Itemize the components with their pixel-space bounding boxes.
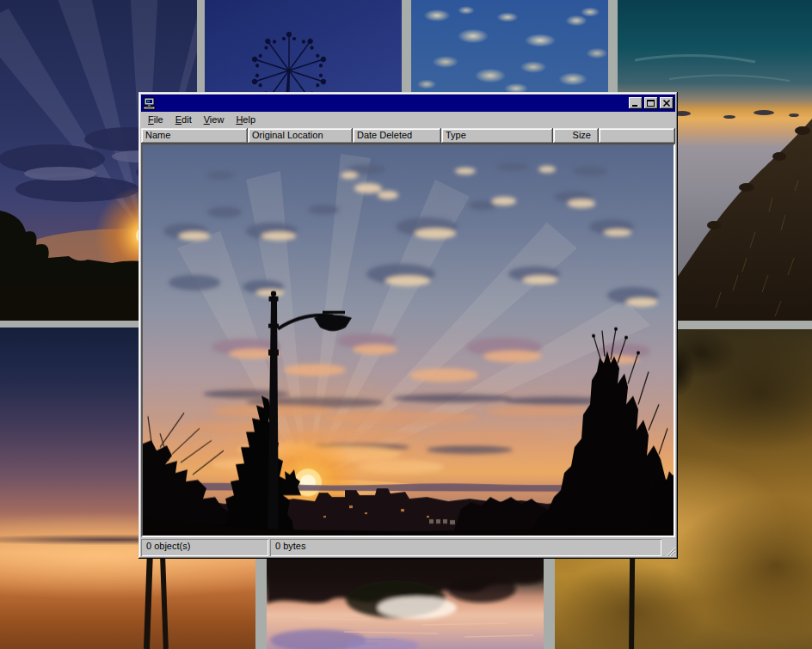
titlebar[interactable] xyxy=(141,95,675,112)
resize-grip[interactable] xyxy=(663,539,675,556)
maximize-icon xyxy=(644,97,658,109)
water-pole xyxy=(160,558,169,649)
recycle-bin-window: File Edit View Help Name Original Locati… xyxy=(138,92,678,559)
column-header-size[interactable]: Size xyxy=(553,128,599,144)
menu-edit[interactable]: Edit xyxy=(169,113,198,127)
resize-grip-icon xyxy=(665,546,675,556)
column-header-original-location[interactable]: Original Location xyxy=(248,128,353,144)
menu-view[interactable]: View xyxy=(198,113,231,127)
desktop: File Edit View Help Name Original Locati… xyxy=(0,0,812,649)
wallpaper-photo-water-reflection xyxy=(267,554,544,649)
menu-help[interactable]: Help xyxy=(230,113,261,127)
water-pole xyxy=(144,549,153,649)
maximize-button[interactable] xyxy=(644,97,658,109)
menu-file[interactable]: File xyxy=(142,113,169,127)
status-bar: 0 object(s) 0 bytes xyxy=(141,537,675,556)
column-header-name[interactable]: Name xyxy=(141,128,248,144)
column-header-date-deleted[interactable]: Date Deleted xyxy=(353,128,441,144)
column-header-filler xyxy=(599,128,675,144)
status-object-count: 0 object(s) xyxy=(141,539,268,556)
content-photo-sunset-lamppost xyxy=(143,145,674,536)
status-total-size: 0 bytes xyxy=(270,539,661,556)
column-headers: Name Original Location Date Deleted Type… xyxy=(141,128,675,144)
close-icon xyxy=(660,97,674,109)
folder-content-area[interactable] xyxy=(141,144,675,537)
minimize-button[interactable] xyxy=(629,97,643,109)
menu-bar: File Edit View Help xyxy=(141,112,675,128)
minimize-icon xyxy=(629,97,643,109)
column-header-type[interactable]: Type xyxy=(441,128,553,144)
window-icon[interactable] xyxy=(143,97,157,110)
close-button[interactable] xyxy=(660,97,674,109)
